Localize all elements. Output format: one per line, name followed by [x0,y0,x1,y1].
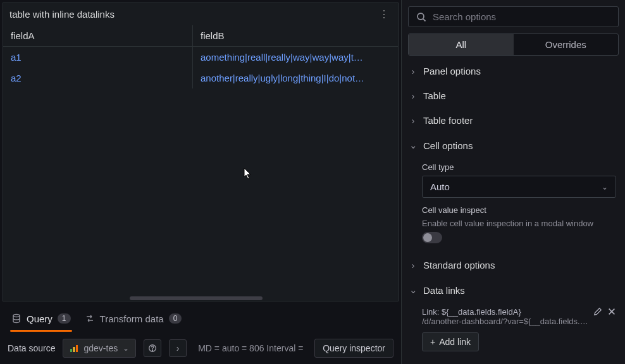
section-table[interactable]: › Table [408,87,619,105]
help-icon [148,344,157,353]
cvi-help: Enable cell value inspection in a modal … [422,219,616,228]
tab-query-label: Query [27,313,53,324]
chevron-down-icon: ⌄ [602,183,608,191]
section-label: Cell options [423,140,473,151]
query-meta: MD = auto = 806 Interval = [198,343,303,353]
data-source-value: gdev-tes [84,343,118,353]
query-footer: Data source gdev-tes ⌄ › MD = auto = 806… [0,332,401,364]
svg-point-5 [152,350,153,351]
cell-fieldB[interactable]: another|really|ugly|long|thing|I|do|not… [193,68,398,88]
add-link-label: Add link [439,337,471,347]
seg-all[interactable]: All [409,34,514,55]
data-source-label: Data source [8,343,55,353]
section-standard-options[interactable]: › Standard options [408,256,619,274]
section-label: Table [423,90,446,101]
section-cell-options-body: Cell type Auto ⌄ Cell value inspect Enab… [408,161,619,246]
options-segmented: All Overrides [408,33,619,56]
plus-icon: + [430,337,435,347]
section-cell-options[interactable]: ⌄ Cell options [408,136,619,155]
search-options[interactable] [408,6,619,27]
edit-icon[interactable] [593,307,602,316]
column-header-fieldA[interactable]: fieldA [3,25,193,46]
horizontal-scrollbar[interactable] [3,296,398,301]
cell-fieldA[interactable]: a2 [3,68,193,88]
query-inspector-button[interactable]: Query inspector [314,339,393,358]
panel-menu-icon[interactable]: ⋮ [376,7,392,21]
data-link-title: Link: ${__data.fields.fieldA} [422,307,588,317]
svg-rect-1 [70,349,72,352]
section-table-footer[interactable]: › Table footer [408,111,619,130]
chevron-right-icon: › [409,260,417,270]
cell-type-value: Auto [430,181,450,192]
cell-type-label: Cell type [422,162,616,172]
section-data-links[interactable]: ⌄ Data links [408,281,619,300]
chevron-right-icon: › [176,343,180,353]
bottom-tabs: Query 1 Transform data 0 [0,301,401,332]
chevron-right-icon: › [409,115,417,126]
cell-type-select[interactable]: Auto ⌄ [422,176,616,198]
table-row: a2 another|really|ugly|long|thing|I|do|n… [3,68,398,88]
column-header-fieldB[interactable]: fieldB [193,25,398,46]
svg-rect-2 [73,347,75,352]
svg-point-0 [13,315,20,317]
panel: table with inline datalinks ⋮ fieldA fie… [3,3,399,301]
section-label: Standard options [423,260,495,270]
table-row: a1 aomething|reall|really|way|way|way|t… [3,47,398,68]
section-data-links-body: Link: ${__data.fields.fieldA} /d/another… [408,306,619,354]
data-link-row: Link: ${__data.fields.fieldA} /d/another… [422,307,616,326]
table-header: fieldA fieldB [3,25,398,47]
cell-fieldB[interactable]: aomething|reall|really|way|way|way|t… [193,47,398,68]
cvi-toggle[interactable] [422,232,442,243]
section-label: Table footer [423,115,473,126]
close-icon[interactable] [607,307,616,316]
cvi-label: Cell value inspect [422,205,616,215]
options-pane: All Overrides › Panel options › Table › … [401,0,625,364]
main-pane: table with inline datalinks ⋮ fieldA fie… [0,0,401,364]
tab-transform[interactable]: Transform data 0 [84,310,183,331]
database-icon [11,313,22,324]
cursor-icon [244,167,252,180]
section-label: Panel options [423,66,481,76]
tab-query-count: 1 [58,313,71,324]
toggle-knob [423,233,432,242]
expand-button[interactable]: › [169,339,187,357]
chevron-down-icon: ⌄ [123,344,129,353]
panel-header: table with inline datalinks ⋮ [3,3,398,25]
data-link-url: /d/another-dashboard/?var=${__data.field… [422,317,588,326]
data-link-text[interactable]: Link: ${__data.fields.fieldA} /d/another… [422,307,588,326]
search-icon [416,12,426,22]
chevron-right-icon: › [409,90,417,101]
section-panel-options[interactable]: › Panel options [408,62,619,80]
svg-rect-3 [76,345,78,352]
svg-point-6 [418,13,424,20]
help-button[interactable] [144,339,161,357]
tab-transform-label: Transform data [100,313,164,324]
cell-fieldA[interactable]: a1 [3,47,193,68]
table-body: a1 aomething|reall|really|way|way|way|t…… [3,47,398,301]
section-label: Data links [423,285,465,296]
search-input[interactable] [433,11,610,22]
data-source-logo-icon [70,344,78,353]
data-source-picker[interactable]: gdev-tes ⌄ [63,339,136,358]
add-link-button[interactable]: + Add link [422,332,479,351]
chevron-down-icon: ⌄ [409,284,417,296]
transform-icon [85,313,95,324]
tab-transform-count: 0 [169,313,182,324]
seg-overrides[interactable]: Overrides [514,34,619,55]
panel-title: table with inline datalinks [9,9,114,20]
chevron-right-icon: › [409,66,417,76]
chevron-down-icon: ⌄ [409,140,417,151]
tab-query[interactable]: Query 1 [10,310,72,331]
scrollbar-thumb[interactable] [130,296,263,300]
